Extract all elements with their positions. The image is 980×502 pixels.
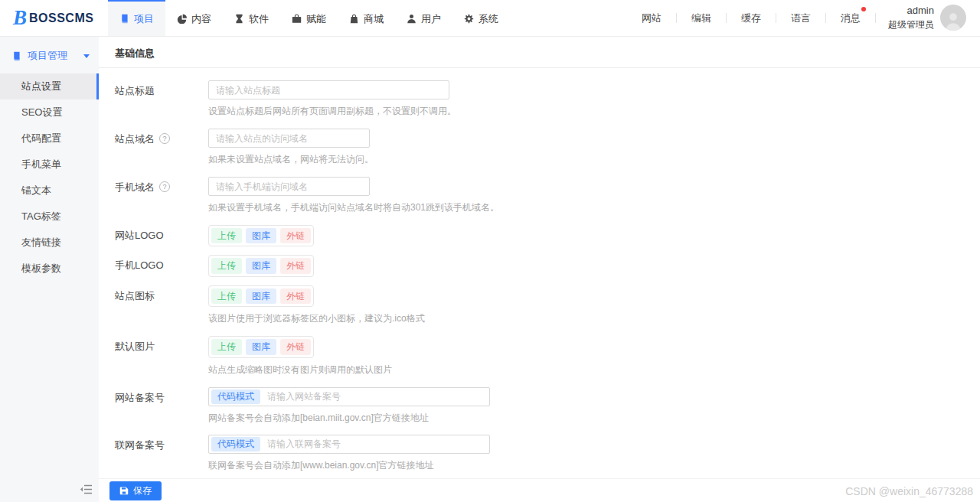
nav-tab-label: 商城 bbox=[364, 12, 384, 26]
gallery-button[interactable]: 图库 bbox=[246, 288, 276, 304]
nav-tab-项目[interactable]: 项目 bbox=[108, 0, 165, 36]
book-icon bbox=[11, 51, 21, 61]
field-control: 设置站点标题后网站所有页面调用副标题，不设置则不调用。 bbox=[208, 80, 980, 118]
field-label: 站点图标 bbox=[115, 289, 155, 303]
field-label: 网站LOGO bbox=[115, 229, 164, 243]
field-label-wrap: 默认图片 bbox=[115, 336, 208, 376]
save-button-label: 保存 bbox=[133, 484, 152, 497]
main-content: 基础信息 站点标题 设置站点标题后网站所有页面调用副标题，不设置则不调用。 站点… bbox=[99, 37, 980, 502]
gear-icon bbox=[464, 14, 474, 24]
hourglass-icon bbox=[234, 14, 244, 24]
sidebar-item-友情链接[interactable]: 友情链接 bbox=[0, 230, 99, 256]
external-link-button[interactable]: 外链 bbox=[280, 258, 311, 273]
field-label-wrap: 站点图标 bbox=[115, 285, 208, 325]
field-control: 上传图库外链 bbox=[208, 225, 980, 246]
nav-tab-软件[interactable]: 软件 bbox=[223, 0, 280, 36]
header-menu-语言[interactable]: 语言 bbox=[776, 11, 825, 25]
help-question-icon[interactable]: ? bbox=[159, 181, 170, 192]
help-question-icon[interactable]: ? bbox=[159, 133, 170, 144]
upload-button[interactable]: 上传 bbox=[211, 228, 242, 243]
field-control: 上传图库外链站点生成缩略图时没有图片则调用的默认图片 bbox=[208, 336, 980, 376]
nav-tab-label: 用户 bbox=[421, 12, 441, 26]
field-help-text: 网站备案号会自动添加[beian.miit.gov.cn]官方链接地址 bbox=[208, 412, 980, 425]
code-mode-button[interactable]: 代码模式 bbox=[211, 437, 260, 451]
field-label-wrap: 站点标题 bbox=[115, 80, 208, 118]
external-link-button[interactable]: 外链 bbox=[280, 228, 311, 243]
field-input-站点标题[interactable] bbox=[208, 80, 449, 99]
field-input-站点域名[interactable] bbox=[208, 129, 370, 148]
gallery-button[interactable]: 图库 bbox=[246, 228, 276, 243]
section-title: 基础信息 bbox=[99, 37, 980, 68]
nav-tab-label: 项目 bbox=[134, 12, 154, 26]
field-label: 手机域名 bbox=[115, 181, 155, 194]
sidebar-item-手机菜单[interactable]: 手机菜单 bbox=[0, 152, 99, 178]
nav-tab-label: 系统 bbox=[479, 12, 498, 26]
field-label-wrap: 手机域名? bbox=[115, 177, 208, 214]
gallery-button[interactable]: 图库 bbox=[246, 258, 276, 273]
media-picker: 上传图库外链 bbox=[208, 285, 314, 307]
upload-button[interactable]: 上传 bbox=[211, 258, 242, 273]
media-picker: 上传图库外链 bbox=[208, 255, 314, 276]
sidebar-menu: 站点设置SEO设置代码配置手机菜单锚文本TAG标签友情链接模板参数 bbox=[0, 73, 99, 282]
header-right-menu: 网站编辑缓存语言消息 admin 超级管理员 bbox=[627, 0, 980, 36]
field-label-wrap: 手机LOGO bbox=[115, 255, 208, 276]
field-control: 如果未设置站点域名，网站将无法访问。 bbox=[208, 129, 980, 166]
upload-button[interactable]: 上传 bbox=[211, 339, 242, 354]
field-help-text: 如果未设置站点域名，网站将无法访问。 bbox=[208, 153, 980, 166]
field-input-手机域名[interactable] bbox=[208, 177, 370, 196]
field-control: 上传图库外链该图片使用于浏览器标签区的小图标，建议为.ico格式 bbox=[208, 285, 980, 325]
sidebar-collapse-button[interactable] bbox=[80, 483, 93, 497]
save-button[interactable]: 保存 bbox=[109, 481, 162, 500]
save-floppy-icon bbox=[119, 486, 129, 495]
field-label: 站点标题 bbox=[115, 84, 155, 98]
field-label: 网站备案号 bbox=[115, 391, 165, 405]
settings-form: 站点标题 设置站点标题后网站所有页面调用副标题，不设置则不调用。 站点域名? 如… bbox=[99, 68, 980, 502]
sidebar-item-模板参数[interactable]: 模板参数 bbox=[0, 256, 99, 282]
chevron-down-icon bbox=[83, 54, 90, 58]
code-mode-input-wrap: 代码模式 bbox=[208, 387, 490, 406]
field-help-text: 如果设置手机域名，手机端访问站点域名时将自动301跳到该手机域名。 bbox=[208, 201, 980, 214]
field-help-text: 该图片使用于浏览器标签区的小图标，建议为.ico格式 bbox=[208, 312, 980, 325]
nav-tab-内容[interactable]: 内容 bbox=[165, 0, 223, 36]
field-control: 上传图库外链 bbox=[208, 255, 980, 276]
field-label: 默认图片 bbox=[115, 340, 155, 354]
header-menu-缓存[interactable]: 缓存 bbox=[727, 11, 776, 25]
field-help-text: 站点生成缩略图时没有图片则调用的默认图片 bbox=[208, 363, 980, 376]
sidebar-group-project-manage[interactable]: 项目管理 bbox=[0, 37, 99, 73]
external-link-button[interactable]: 外链 bbox=[280, 339, 311, 354]
header-menu-编辑[interactable]: 编辑 bbox=[677, 11, 726, 25]
sidebar: 项目管理 站点设置SEO设置代码配置手机菜单锚文本TAG标签友情链接模板参数 bbox=[0, 37, 99, 502]
field-label-wrap: 联网备案号 bbox=[115, 435, 208, 472]
app-logo: B BOSSCMS bbox=[0, 0, 108, 36]
external-link-button[interactable]: 外链 bbox=[280, 288, 311, 304]
nav-tab-商城[interactable]: 商城 bbox=[338, 0, 395, 36]
app-root: B BOSSCMS 项目内容软件赋能商城用户系统 网站编辑缓存语言消息 admi… bbox=[0, 0, 980, 502]
field-label-wrap: 站点域名? bbox=[115, 129, 208, 166]
user-info: admin 超级管理员 bbox=[888, 4, 934, 31]
header-menu-网站[interactable]: 网站 bbox=[627, 11, 676, 25]
upload-button[interactable]: 上传 bbox=[211, 288, 242, 304]
nav-tab-赋能[interactable]: 赋能 bbox=[280, 0, 338, 36]
briefcase-icon bbox=[292, 14, 302, 24]
logo-b-icon: B bbox=[13, 8, 27, 28]
sidebar-item-锚文本[interactable]: 锚文本 bbox=[0, 178, 99, 204]
field-label: 联网备案号 bbox=[115, 438, 165, 452]
message-badge-dot bbox=[861, 7, 866, 11]
sidebar-item-代码配置[interactable]: 代码配置 bbox=[0, 126, 99, 152]
media-picker: 上传图库外链 bbox=[208, 225, 314, 246]
sidebar-item-SEO设置[interactable]: SEO设置 bbox=[0, 99, 99, 126]
sidebar-item-站点设置[interactable]: 站点设置 bbox=[0, 73, 99, 99]
header-menu-消息[interactable]: 消息 bbox=[826, 11, 875, 25]
nav-tab-用户[interactable]: 用户 bbox=[395, 0, 452, 36]
nav-tab-label: 内容 bbox=[191, 12, 211, 26]
field-control: 代码模式 联网备案号会自动添加[www.beian.gov.cn]官方链接地址 bbox=[208, 435, 980, 472]
field-control: 代码模式 网站备案号会自动添加[beian.miit.gov.cn]官方链接地址 bbox=[208, 387, 980, 425]
gallery-button[interactable]: 图库 bbox=[246, 339, 276, 354]
avatar[interactable] bbox=[940, 5, 966, 31]
nav-tab-系统[interactable]: 系统 bbox=[452, 0, 510, 36]
code-mode-button[interactable]: 代码模式 bbox=[211, 390, 260, 404]
field-label: 手机LOGO bbox=[115, 259, 164, 272]
user-menu[interactable]: admin 超级管理员 bbox=[876, 4, 972, 31]
nav-tab-label: 赋能 bbox=[306, 12, 326, 26]
sidebar-item-TAG标签[interactable]: TAG标签 bbox=[0, 204, 99, 230]
